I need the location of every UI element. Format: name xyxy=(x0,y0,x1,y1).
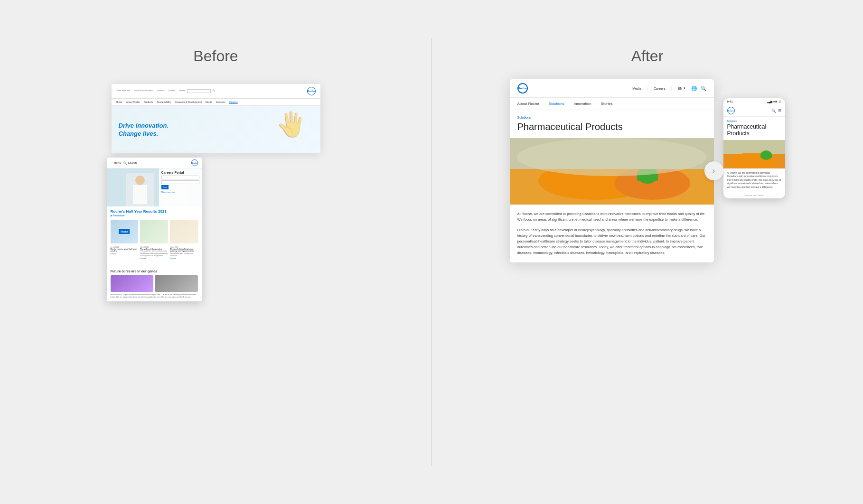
nav-innovation[interactable]: Innovation xyxy=(574,102,591,106)
mobile-careers-overlay: Careers Portal Find Make your mark. xyxy=(159,168,202,206)
news-thumb-people xyxy=(140,220,168,243)
before-top-nav: Global Web Site · Roche in your country … xyxy=(112,84,320,99)
before-logo: Roche xyxy=(307,87,316,95)
news-thumb-roche: Roche xyxy=(111,220,139,243)
mobile-search-btn[interactable]: 🔍 xyxy=(771,109,776,113)
solutions-breadcrumb: Solutions xyxy=(510,110,714,121)
after-desktop-wrapper: Roche Media | Careers | EN ▾ 🌐 xyxy=(510,79,714,262)
mobile-future-section: Future cures are in our genes We believe… xyxy=(107,266,202,301)
next-chevron[interactable]: › xyxy=(704,161,723,180)
news-item-3: 13 Jul 2021 Elevated clinical trials are… xyxy=(170,246,198,260)
nav-sustainability[interactable]: Sustainability xyxy=(157,101,171,103)
news-item-1: 11 Jul 2021 Roche reports good half year… xyxy=(111,246,139,260)
before-desktop-mockup: Global Web Site · Roche in your country … xyxy=(112,84,320,153)
nav-solutions[interactable]: Solutions xyxy=(549,102,564,106)
read-more-link[interactable]: ▶ Read more xyxy=(111,214,198,217)
after-container: Roche Media | Careers | EN ▾ 🌐 xyxy=(510,79,785,262)
pharma-hero-image xyxy=(510,138,714,205)
signal-bars-icon: ▂▄▆ xyxy=(767,100,773,103)
careers-input-1[interactable] xyxy=(161,176,199,179)
language-selector[interactable]: EN ▾ xyxy=(678,86,685,90)
global-web-site-link[interactable]: Global Web Site xyxy=(116,89,130,93)
after-icons: 🌐 🔍 xyxy=(691,86,706,91)
careers-submit-btn[interactable]: Find xyxy=(161,185,169,189)
careers-link[interactable]: Careers xyxy=(654,87,666,90)
make-mark-link[interactable]: Make your mark. xyxy=(161,191,199,193)
main-container: Before Global Web Site · Roche in your c… xyxy=(0,0,863,504)
before-panel: Before Global Web Site · Roche in your c… xyxy=(0,0,432,504)
mobile-bottom-url: ca.roche.com / /roche xyxy=(723,192,785,198)
nav-media[interactable]: Media xyxy=(206,101,212,103)
future-headline: Future cures are in our genes xyxy=(111,269,198,273)
nav-about-roche[interactable]: About Roche xyxy=(517,102,539,106)
news-item-2: 13 Jul 2021 The value of diagnostics The… xyxy=(140,246,168,260)
after-mobile-mockup: 9:41 ▂▄▆ wifi 🔋 Roche 🔍 ☰ xyxy=(723,98,785,198)
before-search-input[interactable] xyxy=(187,89,211,93)
mobile-hero-img: Careers Portal Find Make your mark. xyxy=(107,168,202,206)
mobile-status-bar: 9:41 ▂▄▆ wifi 🔋 xyxy=(723,98,785,105)
careers-portal-title: Careers Portal xyxy=(161,171,199,174)
mobile-description: At Roche, we are committed to providing … xyxy=(723,168,785,192)
globe-icon[interactable]: 🌐 xyxy=(691,86,697,91)
after-logo: Roche xyxy=(517,83,528,93)
mobile-content-area: Roche's Half Year Results 2021 ▶ Read mo… xyxy=(107,206,202,262)
mobile-menu-btn[interactable]: ☰ xyxy=(778,109,781,113)
after-top-bar: Roche Media | Careers | EN ▾ 🌐 xyxy=(510,79,714,98)
after-description: At Roche, we are committed to providing … xyxy=(510,205,714,262)
mobile-news-items: 11 Jul 2021 Roche reports good half year… xyxy=(111,246,198,260)
careers-input-2[interactable] xyxy=(161,180,199,184)
nav-about[interactable]: About Roche xyxy=(126,101,140,103)
future-images xyxy=(111,275,198,292)
hamburger-icon[interactable]: ☰ xyxy=(111,161,113,165)
nav-careers[interactable]: Careers xyxy=(229,101,238,103)
nav-home[interactable]: Home xyxy=(116,101,122,103)
wifi-icon: wifi xyxy=(773,100,777,103)
deutsch-link[interactable]: Deutsch xyxy=(157,89,164,93)
nav-investors[interactable]: Investors xyxy=(216,101,225,103)
nav-research[interactable]: Research & Development xyxy=(175,101,202,103)
battery-icon: 🔋 xyxy=(779,100,781,103)
mobile-news-grid: Roche xyxy=(111,220,198,243)
search-link[interactable]: Search xyxy=(179,89,185,93)
svg-rect-3 xyxy=(133,185,147,204)
mobile-solutions-label: Solutions xyxy=(723,117,785,123)
roche-badge: Roche xyxy=(119,229,130,234)
after-main-content: Solutions Pharmaceutical Products xyxy=(510,110,714,262)
before-mobile-overlay: ☰ Menu 🔍 Search Roche xyxy=(107,158,202,301)
description-p2: From our early days as a developer of ne… xyxy=(517,227,706,256)
hero-decoration: 🖐️ xyxy=(277,111,306,138)
mobile-menu-label: ☰ Menu 🔍 Search xyxy=(111,161,137,165)
media-link[interactable]: Media xyxy=(632,87,641,90)
hero-line2: Change lives. xyxy=(119,130,169,137)
after-title: After xyxy=(631,47,664,65)
divider xyxy=(432,38,432,466)
search-icon[interactable]: 🔍 xyxy=(701,86,706,91)
mobile-pharma-title: Pharmaceutical Products xyxy=(723,123,785,140)
nav-stories[interactable]: Stories xyxy=(601,102,613,106)
description-p1: At Roche, we are committed to providing … xyxy=(517,211,706,223)
before-title: Before xyxy=(193,47,238,65)
nav-products[interactable]: Products xyxy=(144,101,153,103)
hero-line1: Drive innovation. xyxy=(119,122,169,130)
more-link-1[interactable]: 8 more xyxy=(111,252,139,255)
more-link-2[interactable]: 8 more xyxy=(140,257,168,260)
half-year-title: Roche's Half Year Results 2021 xyxy=(111,209,198,214)
future-text: We believe it's urgent to deliver medica… xyxy=(111,293,198,299)
mobile-phone-nav: Roche 🔍 ☰ xyxy=(723,105,785,117)
search-go-btn[interactable]: 🔍 xyxy=(213,89,215,93)
svg-rect-17 xyxy=(760,153,772,158)
mobile-top-bar: ☰ Menu 🔍 Search Roche xyxy=(107,158,202,168)
mobile-search-icon[interactable]: 🔍 xyxy=(123,161,127,165)
mobile-phone-icons: 🔍 ☰ xyxy=(771,109,781,113)
more-link-3[interactable]: 9 more xyxy=(170,257,198,260)
mobile-time: 9:41 xyxy=(727,100,733,103)
news-thumb-lab xyxy=(170,220,198,243)
before-hero: Drive innovation. Change lives. 🖐️ xyxy=(112,106,320,153)
contact-link[interactable]: Contact xyxy=(168,89,175,93)
after-panel: After Roche Media | Careers | EN xyxy=(432,0,863,504)
before-main-nav: Home About Roche Products Sustainability… xyxy=(112,99,320,106)
mobile-phone-logo: Roche xyxy=(727,107,735,114)
after-nav: About Roche Solutions Innovation Stories xyxy=(510,98,714,110)
svg-point-2 xyxy=(135,176,145,185)
country-link[interactable]: Roche in your country xyxy=(134,89,152,93)
